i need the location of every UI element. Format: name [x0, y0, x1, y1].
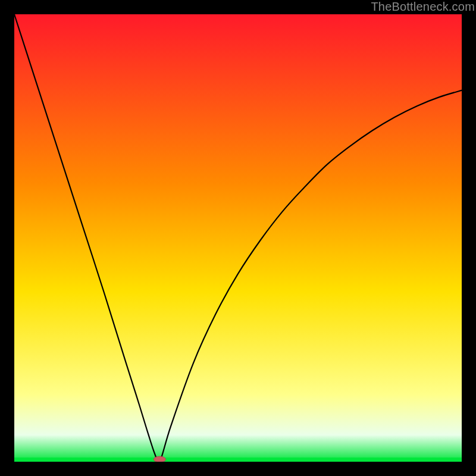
chart-frame: TheBottleneck.com — [0, 0, 476, 476]
floor-strip — [14, 458, 462, 462]
plot-area — [14, 14, 462, 462]
chart-svg — [14, 14, 462, 462]
gradient-background — [14, 14, 462, 462]
min-marker — [154, 456, 165, 462]
watermark-text: TheBottleneck.com — [371, 0, 475, 14]
